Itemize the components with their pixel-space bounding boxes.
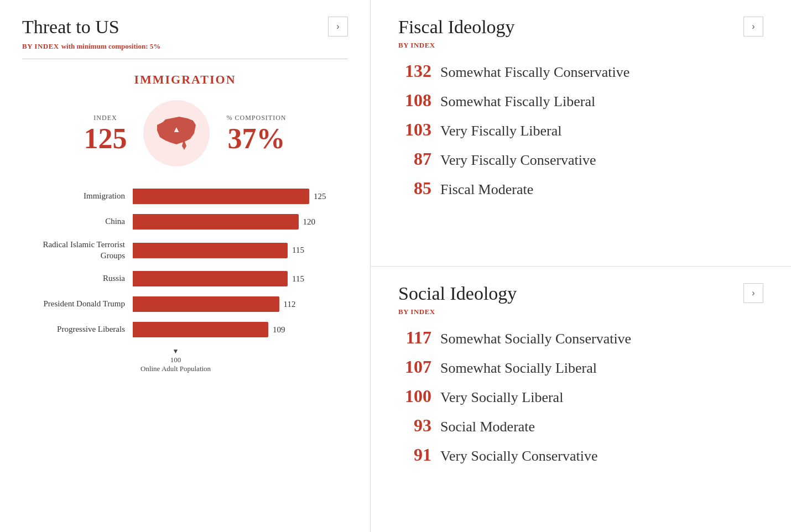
social-ideology-section: Social Ideology › BY INDEX 117Somewhat S…: [371, 267, 791, 533]
threat-min-comp: with minimum composition: 5%: [61, 42, 160, 50]
bar-track: 112: [133, 296, 348, 312]
ideology-item: 132Somewhat Fiscally Conservative: [398, 61, 763, 81]
bar-row: President Donald Trump112: [22, 296, 348, 312]
baseline-arrow-icon: ▼: [173, 347, 179, 356]
social-nav-button[interactable]: ›: [743, 283, 763, 303]
social-title: Social Ideology: [398, 283, 517, 304]
ideology-index: 87: [398, 149, 431, 169]
ideology-item: 107Somewhat Socially Liberal: [398, 357, 763, 377]
bar-row: Russia115: [22, 271, 348, 286]
us-map-icon: !: [154, 114, 199, 153]
ideology-name: Somewhat Socially Liberal: [440, 360, 597, 377]
bar-fill: [133, 243, 288, 258]
fiscal-ideology-section: Fiscal Ideology › BY INDEX 132Somewhat F…: [371, 0, 791, 267]
fiscal-title: Fiscal Ideology: [398, 17, 515, 38]
bar-track: 120: [133, 214, 348, 230]
ideology-index: 108: [398, 90, 431, 111]
bar-label: Radical Islamic Terrorist Groups: [22, 239, 133, 261]
comp-label: % COMPOSITION: [226, 114, 286, 122]
chart-baseline: ▼ 100 Online Adult Population: [22, 347, 348, 373]
social-by-index: BY INDEX: [398, 307, 763, 316]
index-label: INDEX: [84, 114, 127, 122]
threat-nav-button[interactable]: ›: [328, 17, 348, 36]
bar-row: Progressive Liberals109: [22, 322, 348, 337]
ideology-index: 85: [398, 178, 431, 199]
immigration-title: IMMIGRATION: [22, 72, 348, 87]
fiscal-nav-button[interactable]: ›: [743, 17, 763, 36]
right-panel: Fiscal Ideology › BY INDEX 132Somewhat F…: [371, 0, 791, 532]
ideology-index: 107: [398, 357, 431, 377]
bar-value: 125: [314, 192, 326, 201]
svg-text:!: !: [176, 128, 177, 133]
bar-value: 109: [273, 325, 285, 335]
divider: [22, 59, 348, 59]
stats-row: INDEX 125 ! % COMPOSITION 37%: [22, 100, 348, 166]
ideology-name: Very Fiscally Conservative: [440, 152, 596, 169]
ideology-name: Somewhat Fiscally Conservative: [440, 64, 629, 81]
ideology-name: Very Fiscally Liberal: [440, 123, 562, 139]
fiscal-by-index: BY INDEX: [398, 41, 763, 50]
ideology-name: Somewhat Socially Conservative: [440, 331, 631, 347]
comp-block: % COMPOSITION 37%: [226, 114, 286, 153]
comp-value: 37%: [226, 124, 286, 153]
bar-value: 115: [292, 246, 304, 255]
bar-fill: [133, 189, 309, 204]
bar-fill: [133, 296, 279, 312]
ideology-name: Very Socially Conservative: [440, 448, 598, 465]
bar-label: Progressive Liberals: [22, 324, 133, 335]
bar-row: Radical Islamic Terrorist Groups115: [22, 239, 348, 261]
ideology-name: Social Moderate: [440, 419, 535, 435]
baseline-sub: Online Adult Population: [140, 364, 211, 373]
social-ideology-list: 117Somewhat Socially Conservative107Some…: [398, 327, 763, 465]
threat-header: Threat to US ›: [22, 17, 348, 38]
bar-track: 115: [133, 243, 348, 258]
ideology-index: 117: [398, 327, 431, 348]
left-panel: Threat to US › BY INDEX with minimum com…: [0, 0, 371, 532]
ideology-item: 85Fiscal Moderate: [398, 178, 763, 199]
bar-row: China120: [22, 214, 348, 230]
ideology-name: Very Socially Liberal: [440, 389, 563, 406]
ideology-index: 103: [398, 119, 431, 140]
ideology-index: 91: [398, 445, 431, 465]
ideology-item: 93Social Moderate: [398, 415, 763, 436]
index-block: INDEX 125: [84, 114, 127, 153]
ideology-name: Somewhat Fiscally Liberal: [440, 93, 595, 110]
bar-label: Russia: [22, 273, 133, 284]
ideology-index: 100: [398, 386, 431, 406]
bar-row: Immigration125: [22, 189, 348, 204]
bar-label: China: [22, 216, 133, 227]
bar-value: 120: [303, 217, 316, 227]
index-value: 125: [84, 124, 127, 153]
ideology-item: 87Very Fiscally Conservative: [398, 149, 763, 169]
ideology-name: Fiscal Moderate: [440, 181, 533, 198]
bar-label: President Donald Trump: [22, 299, 133, 310]
bar-fill: [133, 214, 299, 230]
bar-track: 125: [133, 189, 348, 204]
bar-label: Immigration: [22, 191, 133, 202]
map-icon-container: !: [143, 100, 210, 166]
bar-fill: [133, 322, 268, 337]
ideology-index: 93: [398, 415, 431, 436]
bar-chart: Immigration125China120Radical Islamic Te…: [22, 189, 348, 337]
ideology-item: 108Somewhat Fiscally Liberal: [398, 90, 763, 111]
ideology-item: 91Very Socially Conservative: [398, 445, 763, 465]
fiscal-ideology-list: 132Somewhat Fiscally Conservative108Some…: [398, 61, 763, 199]
threat-title: Threat to US: [22, 17, 119, 38]
bar-track: 109: [133, 322, 348, 337]
ideology-item: 100Very Socially Liberal: [398, 386, 763, 406]
fiscal-header: Fiscal Ideology ›: [398, 17, 763, 38]
threat-by-index: BY INDEX: [22, 42, 59, 50]
bar-value: 112: [284, 300, 296, 309]
bar-track: 115: [133, 271, 348, 286]
ideology-item: 117Somewhat Socially Conservative: [398, 327, 763, 348]
social-header: Social Ideology ›: [398, 283, 763, 304]
bar-value: 115: [292, 274, 304, 284]
bar-fill: [133, 271, 288, 286]
baseline-value: 100: [170, 356, 181, 364]
ideology-item: 103Very Fiscally Liberal: [398, 119, 763, 140]
ideology-index: 132: [398, 61, 431, 81]
